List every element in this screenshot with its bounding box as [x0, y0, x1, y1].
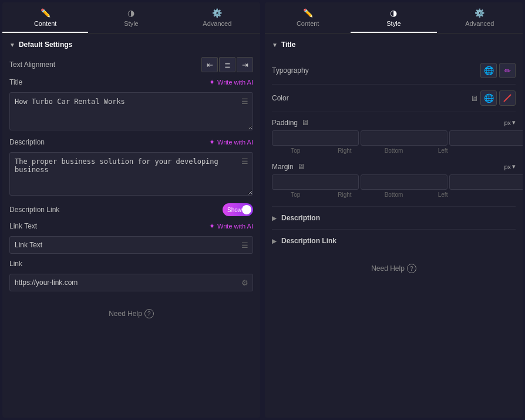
link-text-ai-btn[interactable]: ✦ Write with AI: [209, 222, 253, 230]
tab-style-right[interactable]: ◑ Style: [351, 2, 436, 33]
title-textarea[interactable]: [9, 92, 253, 130]
left-need-help-text: Need Help: [109, 310, 142, 318]
padding-section: Padding 🖥 px ▾ 🔗 Top Right Bottom Lef: [272, 118, 516, 154]
gear-icon-right: ⚙️: [474, 8, 484, 18]
margin-text: Margin: [272, 163, 294, 171]
text-alignment-label: Text Alignment: [9, 61, 55, 69]
left-need-help: Need Help ?: [9, 297, 253, 324]
padding-unit-text: px: [504, 119, 511, 126]
pencil-icon: ✏️: [41, 8, 51, 18]
tab-content-left[interactable]: ✏️ Content: [2, 2, 88, 33]
title-textarea-icon[interactable]: ☰: [241, 97, 248, 106]
padding-bottom-label: Bottom: [370, 147, 418, 154]
tab-advanced-right[interactable]: ⚙️ Advanced: [437, 2, 523, 33]
right-tab-bar: ✏️ Content ◑ Style ⚙️ Advanced: [265, 2, 523, 33]
tab-advanced-left[interactable]: ⚙️ Advanced: [174, 2, 260, 33]
description-collapsible: ▶ Description: [272, 206, 516, 229]
toggle-knob: [242, 205, 251, 214]
title-ai-label: Write with AI: [217, 79, 253, 86]
padding-top-input[interactable]: [272, 130, 359, 146]
half-circle-icon-left: ◑: [127, 8, 134, 18]
margin-bottom-input[interactable]: [449, 174, 523, 190]
padding-unit-arrow: ▾: [512, 119, 516, 126]
margin-sublabels: Top Right Bottom Left: [272, 191, 516, 198]
margin-section: Margin 🖥 px ▾ 🔗 Top Right Bottom Left: [272, 162, 516, 198]
color-globe-btn[interactable]: 🌐: [480, 90, 497, 106]
margin-left-label: Left: [419, 191, 467, 198]
description-collapsible-header[interactable]: ▶ Description: [272, 214, 516, 222]
typography-row: Typography 🌐 ✏: [272, 57, 516, 85]
title-section-header: ▼ Title: [272, 41, 516, 49]
link-text-row: Link Text ✦ Write with AI: [9, 222, 253, 230]
description-link-collapsible: ▶ Description Link: [272, 229, 516, 252]
typography-globe-btn[interactable]: 🌐: [480, 63, 497, 78]
right-panel-content: ▼ Title Typography 🌐 ✏ Color 🖥 🌐: [265, 33, 523, 418]
tab-advanced-label-left: Advanced: [203, 20, 231, 27]
ai-sparkle-icon-desc: ✦: [209, 138, 215, 146]
description-textarea-icon[interactable]: ☰: [241, 157, 248, 166]
right-need-help: Need Help ?: [272, 252, 516, 279]
typography-pencil-btn[interactable]: ✏: [499, 63, 516, 78]
color-row: Color 🖥 🌐: [272, 85, 516, 112]
ai-sparkle-icon-title: ✦: [209, 78, 215, 86]
padding-right-input[interactable]: [361, 130, 447, 146]
left-help-circle[interactable]: ?: [144, 309, 154, 318]
margin-bottom-label: Bottom: [370, 191, 418, 198]
svg-line-0: [504, 95, 511, 102]
link-input-wrapper: ⚙: [9, 274, 253, 291]
description-link-collapsible-label: Description Link: [281, 237, 336, 245]
align-left-btn[interactable]: ⇤: [201, 57, 218, 72]
tab-content-label-left: Content: [34, 20, 57, 27]
align-center-btn[interactable]: ≣: [219, 57, 235, 72]
link-label: Link: [9, 260, 22, 268]
description-textarea[interactable]: [9, 152, 253, 196]
margin-right-input[interactable]: [361, 174, 447, 190]
align-right-btn[interactable]: ⇥: [237, 57, 253, 72]
description-ai-label: Write with AI: [217, 139, 253, 146]
padding-inputs: 🔗: [272, 130, 516, 146]
title-ai-btn[interactable]: ✦ Write with AI: [209, 78, 253, 86]
padding-link-spacer: [468, 147, 516, 154]
description-ai-btn[interactable]: ✦ Write with AI: [209, 138, 253, 146]
tab-content-right[interactable]: ✏️ Content: [265, 2, 351, 33]
color-label: Color: [272, 94, 289, 102]
margin-label: Margin 🖥: [272, 162, 305, 171]
right-help-circle[interactable]: ?: [407, 264, 416, 273]
gear-icon-left: ⚙️: [212, 8, 222, 18]
section-arrow-down: ▼: [9, 42, 15, 48]
padding-monitor-icon: 🖥: [301, 118, 309, 127]
padding-sublabels: Top Right Bottom Left: [272, 147, 516, 154]
padding-label: Padding 🖥: [272, 118, 309, 127]
title-textarea-wrapper: ☰ document.querySelector('[data-name="ti…: [9, 92, 253, 132]
margin-unit-text: px: [504, 163, 511, 170]
margin-unit[interactable]: px ▾: [504, 163, 516, 170]
padding-top-label: Top: [272, 147, 319, 154]
link-settings-icon[interactable]: ⚙: [241, 278, 248, 287]
margin-top-input[interactable]: [272, 174, 359, 190]
typography-icons: 🌐 ✏: [480, 63, 516, 78]
section-title-left: Default Settings: [19, 41, 72, 49]
tab-style-left[interactable]: ◑ Style: [88, 2, 174, 33]
left-panel-content: ▼ Default Settings Text Alignment ⇤ ≣ ⇥ …: [2, 33, 260, 418]
text-alignment-row: Text Alignment ⇤ ≣ ⇥: [9, 57, 253, 72]
margin-top-label: Top: [272, 191, 319, 198]
default-settings-header: ▼ Default Settings: [9, 41, 253, 49]
title-label: Title: [9, 78, 22, 86]
padding-bottom-input[interactable]: [449, 130, 523, 146]
color-icons: 🖥 🌐: [470, 90, 516, 106]
link-row: Link: [9, 260, 253, 268]
link-text-icon[interactable]: ☰: [241, 241, 248, 250]
link-input[interactable]: [9, 274, 253, 291]
margin-link-spacer: [468, 191, 516, 198]
tab-style-label-left: Style: [124, 20, 138, 27]
description-link-collapsible-header[interactable]: ▶ Description Link: [272, 237, 516, 245]
link-text-label: Link Text: [9, 222, 37, 230]
description-link-toggle[interactable]: Show: [223, 203, 253, 216]
padding-unit[interactable]: px ▾: [504, 119, 516, 126]
description-collapsible-label: Description: [281, 214, 320, 222]
margin-header: Margin 🖥 px ▾: [272, 162, 516, 171]
left-panel: ✏️ Content ◑ Style ⚙️ Advanced ▼ Default…: [2, 2, 260, 418]
color-slash-btn[interactable]: [499, 90, 516, 106]
link-text-input[interactable]: [9, 236, 253, 254]
description-link-label: Description Link: [9, 206, 59, 214]
